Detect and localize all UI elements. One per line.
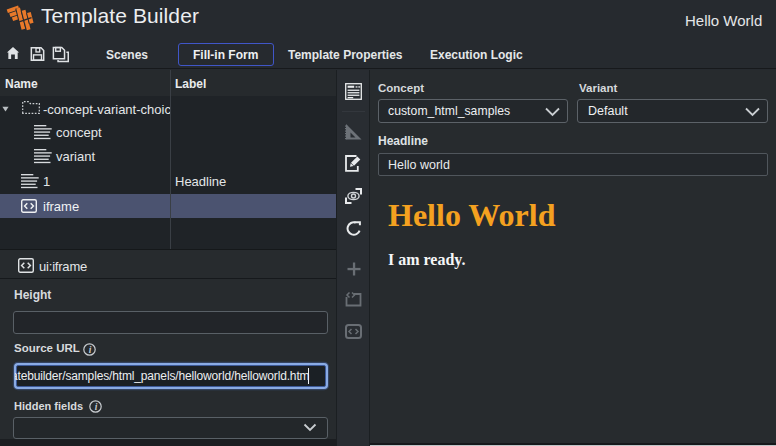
svg-text:i: i (89, 345, 92, 355)
svg-text:i: i (95, 402, 98, 412)
